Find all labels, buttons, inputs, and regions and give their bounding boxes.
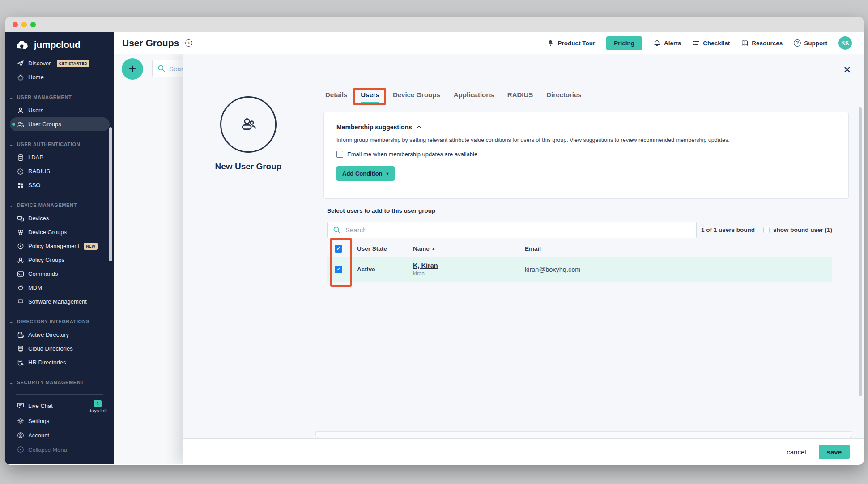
sidebar-nav: Discover GET STARTED Home ⌄ USER MANAGEM… — [5, 56, 114, 389]
laptop-icon — [17, 298, 24, 305]
question-icon: ? — [794, 39, 801, 47]
sidebar-item-hr-directories[interactable]: HR Directories — [5, 356, 114, 369]
show-bound-user-option[interactable]: show bound user (1) — [763, 227, 832, 233]
tab-applications[interactable]: Applications — [454, 91, 494, 99]
add-condition-button[interactable]: Add Condition ▾ — [336, 166, 395, 181]
sidebar-item-discover[interactable]: Discover GET STARTED — [5, 56, 114, 70]
jumpcloud-cloud-icon — [15, 40, 30, 50]
target-icon — [17, 243, 24, 250]
row-checkbox[interactable]: ✓ — [335, 266, 342, 273]
sidebar-scrollbar[interactable] — [109, 127, 112, 261]
chat-icon — [17, 402, 24, 409]
sidebar-item-policy-groups[interactable]: Policy Groups — [5, 253, 114, 267]
info-glyph: i — [188, 41, 190, 45]
tab-users[interactable]: Users — [361, 91, 379, 99]
tab-radius[interactable]: RADIUS — [507, 91, 533, 99]
column-header-name[interactable]: Name▲ — [413, 245, 525, 252]
sidebar-item-commands[interactable]: Commands — [5, 267, 114, 281]
sidebar-item-settings[interactable]: Settings — [5, 414, 114, 428]
apple-icon — [17, 284, 24, 291]
cancel-button[interactable]: cancel — [787, 448, 806, 456]
traffic-light-zoom[interactable] — [30, 22, 36, 27]
table-row[interactable]: ✓ Active K, Kiran kiran kiran@boxyhq.com — [327, 257, 832, 282]
sidebar-item-label: Users — [28, 107, 43, 114]
sidebar-section-user-authentication[interactable]: ⌄ USER AUTHENTICATION — [5, 137, 114, 150]
sidebar-section-user-management[interactable]: ⌄ USER MANAGEMENT — [5, 90, 114, 103]
check-glyph: ✓ — [336, 267, 340, 272]
save-button[interactable]: save — [819, 445, 850, 459]
chevron-down-icon: ▾ — [387, 171, 389, 176]
window-titlebar — [5, 17, 864, 32]
sidebar-item-collapse-menu[interactable]: Collapse Menu — [5, 442, 114, 457]
sort-ascending-icon: ▲ — [432, 247, 435, 251]
sidebar-item-label: Settings — [28, 418, 49, 424]
grid-icon — [17, 182, 24, 189]
membership-suggestions-panel: Membership suggestions Inform group memb… — [323, 112, 849, 199]
sidebar-item-label: Cloud Directories — [28, 345, 73, 352]
membership-suggestions-toggle[interactable]: Membership suggestions — [336, 124, 836, 131]
support-label: Support — [804, 40, 827, 47]
user-username: kiran — [413, 270, 525, 277]
sidebar-item-ldap[interactable]: LDAP — [5, 150, 114, 164]
sidebar-item-label: Discover — [28, 60, 51, 67]
user-search[interactable] — [327, 222, 697, 238]
sidebar-item-devices[interactable]: Devices — [5, 211, 114, 225]
close-icon[interactable]: ✕ — [843, 65, 851, 74]
sidebar-item-mdm[interactable]: MDM — [5, 281, 114, 295]
topbar-actions: Product Tour Pricing Alerts Checklist Re… — [547, 36, 852, 50]
sidebar-item-label: Devices — [28, 215, 49, 222]
show-bound-user-checkbox[interactable] — [763, 227, 770, 233]
chevron-up-icon — [416, 125, 422, 129]
sidebar-item-users[interactable]: Users — [5, 103, 114, 117]
sidebar-item-software-management[interactable]: Software Management — [5, 295, 114, 308]
tab-device-groups[interactable]: Device Groups — [393, 91, 440, 99]
show-bound-user-label: show bound user (1) — [773, 227, 832, 233]
product-tour-button[interactable]: Product Tour — [547, 39, 595, 47]
email-updates-checkbox[interactable] — [336, 151, 343, 158]
tab-details[interactable]: Details — [325, 91, 347, 99]
sidebar-item-home[interactable]: Home — [5, 70, 114, 84]
traffic-light-close[interactable] — [13, 22, 18, 27]
users-table-header: ✓ User State Name▲ Email — [327, 240, 832, 257]
sidebar-item-active-directory[interactable]: Active Directory — [5, 328, 114, 342]
select-users-title: Select users to add to this user group — [327, 207, 435, 214]
pricing-button[interactable]: Pricing — [606, 36, 642, 50]
traffic-light-minimize[interactable] — [21, 22, 27, 27]
user-avatar[interactable]: KK — [838, 36, 852, 50]
support-button[interactable]: ? Support — [794, 39, 827, 47]
home-icon — [17, 74, 24, 81]
sidebar-item-radius[interactable]: RADIUS — [5, 164, 114, 178]
plus-glyph: + — [129, 63, 136, 75]
sidebar-item-cloud-directories[interactable]: Cloud Directories — [5, 342, 114, 356]
sidebar-item-sso[interactable]: SSO — [5, 178, 114, 192]
add-user-group-button[interactable]: + — [122, 58, 143, 80]
sidebar-item-label: Account — [28, 432, 49, 439]
sidebar-item-label: Software Management — [28, 298, 87, 305]
column-header-email[interactable]: Email — [525, 245, 832, 252]
email-updates-option[interactable]: Email me when membership updates are ava… — [336, 151, 836, 158]
sidebar-section-security-management[interactable]: ⌄ SECURITY MANAGEMENT — [5, 376, 114, 389]
tab-directories[interactable]: Directories — [546, 91, 581, 99]
name-header-label: Name — [413, 245, 430, 252]
drawer-scrollbar[interactable] — [859, 107, 862, 396]
checklist-button[interactable]: Checklist — [692, 39, 730, 47]
sidebar-footer: Live Chat 1 days left Settings Account C… — [5, 394, 114, 464]
jumpcloud-logo[interactable]: jumpcloud — [5, 32, 114, 56]
sidebar-item-label: LDAP — [28, 154, 43, 161]
sidebar-section-device-management[interactable]: ⌄ DEVICE MANAGEMENT — [5, 198, 114, 211]
sidebar-item-device-groups[interactable]: Device Groups — [5, 225, 114, 239]
user-search-input[interactable] — [328, 222, 696, 238]
select-all-checkbox[interactable]: ✓ — [335, 245, 342, 253]
sidebar-item-user-groups[interactable]: User Groups — [10, 117, 110, 131]
sidebar-section-directory-integrations[interactable]: ⌄ DIRECTORY INTEGRATIONS — [5, 315, 114, 328]
users-table: ✓ User State Name▲ Email ✓ — [327, 240, 832, 282]
sidebar-item-label: Active Directory — [28, 331, 69, 338]
sidebar-item-policy-management[interactable]: Policy Management NEW — [5, 239, 114, 253]
database-icon — [17, 154, 24, 161]
column-header-user-state[interactable]: User State — [357, 245, 413, 252]
info-icon[interactable]: i — [185, 39, 192, 47]
alerts-button[interactable]: Alerts — [653, 39, 681, 47]
sidebar-item-account[interactable]: Account — [5, 428, 114, 442]
resources-button[interactable]: Resources — [741, 39, 783, 47]
user-name-link[interactable]: K, Kiran — [413, 262, 525, 269]
